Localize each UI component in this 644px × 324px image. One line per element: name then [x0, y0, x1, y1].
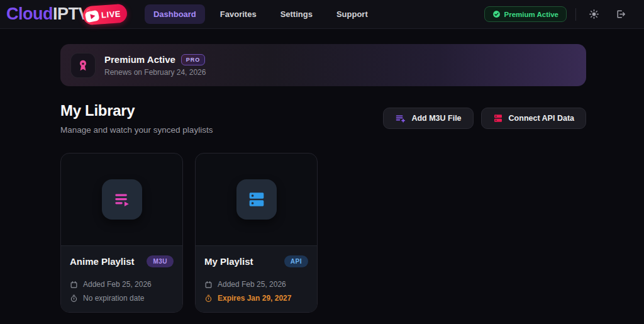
library-heading-block: My Library Manage and watch your synced …: [60, 102, 213, 135]
expiration-row: Expires Jan 29, 2027: [204, 294, 308, 303]
sun-icon: [589, 9, 599, 20]
nav-item-favorites[interactable]: Favorites: [211, 4, 265, 24]
playlist-play-icon: [111, 189, 133, 210]
server-icon: [247, 189, 267, 209]
nav-item-support[interactable]: Support: [328, 4, 377, 24]
award-icon: [76, 59, 90, 72]
clock-icon: [70, 294, 78, 303]
check-circle-icon: [492, 10, 501, 18]
add-m3u-label: Add M3U File: [411, 114, 461, 123]
playlist-grid: Anime Playlist M3U Added Feb 25, 2026: [60, 153, 586, 313]
card-info: My Playlist API Added Feb 25, 2026: [196, 245, 317, 312]
premium-status-pill[interactable]: Premium Active: [484, 6, 567, 22]
card-info: Anime Playlist M3U Added Feb 25, 2026: [61, 245, 182, 312]
card-thumbnail: [196, 154, 317, 245]
card-icon-tile: [236, 179, 277, 220]
library-actions: Add M3U File Connect API Data: [383, 102, 586, 129]
expiration-label: Expires Jan 29, 2027: [218, 294, 291, 303]
calendar-icon: [70, 281, 78, 289]
live-badge: LIVE: [82, 3, 128, 25]
logo-text: CloudIPTV: [6, 4, 89, 24]
expiration-label: No expiration date: [83, 294, 144, 303]
logout-button[interactable]: [611, 6, 629, 23]
navbar-right: Premium Active: [484, 6, 630, 23]
nav-item-settings[interactable]: Settings: [272, 4, 321, 24]
pro-badge: PRO: [181, 54, 206, 65]
premium-banner-icon-tile: [70, 53, 96, 78]
nav-links: Dashboard Favorites Settings Support: [145, 4, 377, 24]
added-date-label: Added Feb 25, 2026: [218, 280, 286, 289]
premium-banner-title: Premium Active: [104, 54, 175, 65]
nav-divider: [575, 8, 576, 21]
added-date-row: Added Feb 25, 2026: [70, 280, 174, 289]
card-thumbnail: [61, 154, 182, 245]
calendar-icon: [204, 281, 213, 289]
top-navbar: CloudIPTV LIVE Dashboard Favorites Setti…: [0, 0, 644, 29]
play-live-icon: [83, 6, 102, 24]
playlist-name: My Playlist: [204, 256, 253, 267]
clock-icon: [204, 294, 213, 303]
connect-api-button[interactable]: Connect API Data: [481, 108, 586, 129]
live-label: LIVE: [101, 8, 121, 19]
expiration-row: No expiration date: [70, 294, 174, 303]
add-m3u-button[interactable]: Add M3U File: [383, 108, 473, 129]
playlist-card-my[interactable]: My Playlist API Added Feb 25, 2026: [195, 153, 318, 313]
premium-banner: Premium Active PRO Renews on February 24…: [60, 44, 586, 86]
server-icon: [493, 113, 503, 123]
logo-cloud: Cloud: [6, 4, 53, 23]
playlist-name: Anime Playlist: [70, 256, 135, 267]
page-title: My Library: [60, 102, 213, 120]
playlist-card-anime[interactable]: Anime Playlist M3U Added Feb 25, 2026: [60, 153, 183, 313]
premium-status-label: Premium Active: [504, 11, 559, 18]
theme-toggle-button[interactable]: [585, 6, 602, 23]
card-icon-tile: [102, 179, 142, 220]
added-date-row: Added Feb 25, 2026: [204, 280, 308, 289]
app-logo[interactable]: CloudIPTV LIVE: [6, 4, 127, 24]
premium-banner-subtitle: Renews on February 24, 2026: [104, 68, 206, 77]
playlist-add-icon: [395, 113, 406, 124]
added-date-label: Added Feb 25, 2026: [83, 280, 152, 289]
library-header: My Library Manage and watch your synced …: [60, 102, 586, 135]
nav-item-dashboard[interactable]: Dashboard: [145, 4, 205, 24]
playlist-type-badge: API: [284, 255, 308, 267]
logout-icon: [615, 9, 626, 20]
premium-banner-text: Premium Active PRO Renews on February 24…: [104, 54, 206, 77]
main-content: Premium Active PRO Renews on February 24…: [0, 29, 644, 313]
playlist-type-badge: M3U: [147, 255, 174, 267]
page-subtitle: Manage and watch your synced playlists: [60, 125, 213, 135]
connect-api-label: Connect API Data: [509, 114, 574, 123]
